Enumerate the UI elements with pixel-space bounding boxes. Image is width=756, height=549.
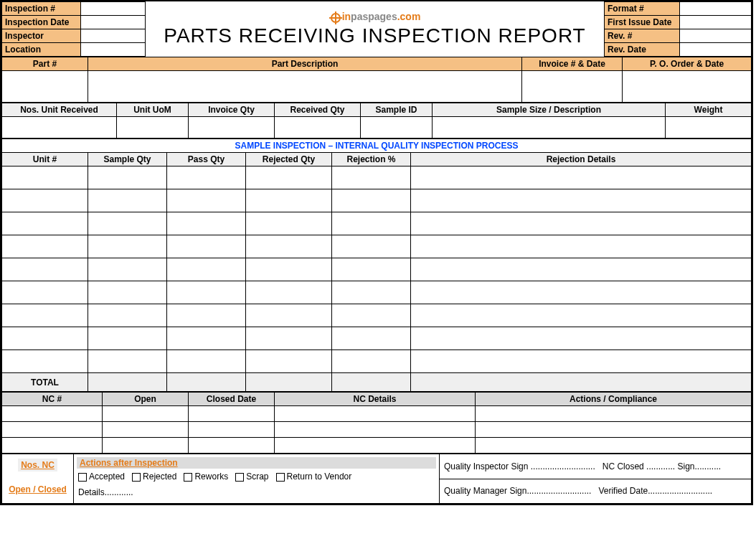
report-title: PARTS RECEIVING INSPECTION REPORT <box>148 24 601 47</box>
field-rev-num[interactable] <box>680 29 752 43</box>
hdr-part-num: Part # <box>2 57 88 71</box>
field-units-received[interactable] <box>2 117 117 139</box>
field-inspector[interactable] <box>81 29 146 43</box>
field-rev-date[interactable] <box>680 43 752 57</box>
field-inspection-num[interactable] <box>81 2 146 16</box>
label-inspection-date: Inspection Date <box>2 16 81 29</box>
details-line[interactable]: Details............ <box>77 484 436 500</box>
field-invoice[interactable] <box>522 71 623 103</box>
actions-title: Actions after Inspection <box>77 457 436 469</box>
qi-sign[interactable]: Quality Inspector Sign .................… <box>444 461 595 471</box>
hdr-units-received: Nos. Unit Received <box>2 103 117 117</box>
hdr-received-qty: Received Qty <box>275 103 361 117</box>
hdr-rejection-details: Rejection Details <box>411 153 752 166</box>
hdr-uom: Unit UoM <box>117 103 189 117</box>
label-rev-date: Rev. Date <box>605 43 680 57</box>
hdr-nc-num: NC # <box>2 393 103 406</box>
hdr-invoice-qty: Invoice Qty <box>189 103 275 117</box>
field-po[interactable] <box>623 71 752 103</box>
sample-section-title: SAMPLE INSPECTION – INTERNAL QUALITY INS… <box>2 139 752 153</box>
field-first-issue[interactable] <box>680 16 752 29</box>
link-nos-nc[interactable]: Nos. NC <box>18 459 57 471</box>
hdr-actions: Actions / Compliance <box>476 393 752 406</box>
field-sample-size[interactable] <box>433 117 666 139</box>
hdr-weight: Weight <box>666 103 752 117</box>
label-inspector: Inspector <box>2 29 81 43</box>
nc-closed-sign[interactable]: NC Closed ............ Sign........... <box>603 461 721 471</box>
hdr-sample-qty: Sample Qty <box>88 153 167 166</box>
hdr-sample-id: Sample ID <box>361 103 433 117</box>
table-cell[interactable] <box>2 166 88 189</box>
label-format-num: Format # <box>605 2 680 16</box>
label-first-issue: First Issue Date <box>605 16 680 29</box>
hdr-rejection-pct: Rejection % <box>332 153 411 166</box>
label-location: Location <box>2 43 81 57</box>
qm-sign[interactable]: Quality Manager Sign....................… <box>444 486 591 496</box>
field-format-num[interactable] <box>680 2 752 16</box>
hdr-rejected-qty: Rejected Qty <box>246 153 332 166</box>
hdr-closed-date: Closed Date <box>189 393 275 406</box>
field-uom[interactable] <box>117 117 189 139</box>
field-sample-id[interactable] <box>361 117 433 139</box>
action-options: Accepted Rejected Reworks Scrap Return t… <box>77 469 436 484</box>
hdr-unit-num: Unit # <box>2 153 88 166</box>
checkbox-scrap[interactable] <box>235 473 244 482</box>
checkbox-reworks[interactable] <box>184 473 192 482</box>
hdr-part-desc: Part Description <box>88 57 522 71</box>
hdr-po: P. O. Order & Date <box>623 57 752 71</box>
field-received-qty[interactable] <box>275 117 361 139</box>
field-weight[interactable] <box>666 117 752 139</box>
hdr-invoice: Invoice # & Date <box>522 57 623 71</box>
field-invoice-qty[interactable] <box>189 117 275 139</box>
link-open-closed[interactable]: Open / Closed <box>5 484 70 494</box>
field-part-num[interactable] <box>2 71 88 103</box>
checkbox-return[interactable] <box>276 473 285 482</box>
hdr-open: Open <box>103 393 189 406</box>
label-inspection-num: Inspection # <box>2 2 81 16</box>
hdr-nc-details: NC Details <box>275 393 476 406</box>
field-part-desc[interactable] <box>88 71 522 103</box>
field-location[interactable] <box>81 43 146 57</box>
site-logo: inpaspages.com <box>148 11 601 24</box>
verified-date[interactable]: Verified Date........................... <box>598 486 712 496</box>
hdr-sample-size: Sample Size / Description <box>433 103 666 117</box>
checkbox-accepted[interactable] <box>78 473 87 482</box>
total-label: TOTAL <box>2 373 88 392</box>
field-inspection-date[interactable] <box>81 16 146 29</box>
label-rev-num: Rev. # <box>605 29 680 43</box>
checkbox-rejected[interactable] <box>132 473 141 482</box>
hdr-pass-qty: Pass Qty <box>167 153 246 166</box>
